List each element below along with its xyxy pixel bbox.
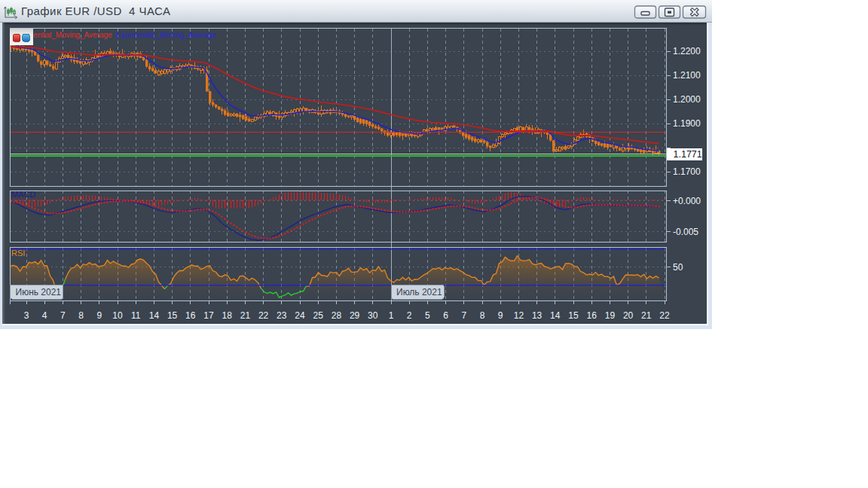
svg-text:1.1900: 1.1900 bbox=[673, 118, 701, 129]
svg-text:16: 16 bbox=[185, 310, 196, 321]
svg-text:+0.000: +0.000 bbox=[673, 196, 701, 206]
svg-text:30: 30 bbox=[368, 310, 378, 321]
svg-text:1.2100: 1.2100 bbox=[673, 70, 701, 81]
svg-text:9: 9 bbox=[498, 310, 503, 321]
svg-text:-0.005: -0.005 bbox=[673, 227, 698, 237]
svg-text:24: 24 bbox=[295, 310, 305, 321]
svg-text:29: 29 bbox=[350, 310, 360, 321]
svg-text:4: 4 bbox=[42, 310, 47, 321]
svg-text:Июнь 2021: Июнь 2021 bbox=[16, 287, 62, 297]
svg-text:23: 23 bbox=[277, 310, 287, 321]
svg-text:17: 17 bbox=[203, 310, 214, 321]
svg-text:Exponential_Moving_Average: Exponential_Moving_Average bbox=[116, 31, 216, 39]
svg-text:50: 50 bbox=[673, 262, 683, 273]
svg-text:7: 7 bbox=[60, 310, 66, 321]
svg-text:RSI: RSI bbox=[11, 249, 25, 258]
svg-text:MACD: MACD bbox=[11, 190, 35, 199]
svg-text:1.2200: 1.2200 bbox=[673, 46, 701, 56]
svg-text:22: 22 bbox=[659, 310, 670, 321]
svg-text:1.1700: 1.1700 bbox=[673, 166, 701, 177]
svg-text:1: 1 bbox=[389, 310, 394, 321]
svg-text:10: 10 bbox=[112, 310, 123, 321]
svg-text:1.2000: 1.2000 bbox=[673, 94, 701, 105]
svg-text:18: 18 bbox=[222, 310, 233, 321]
svg-text:20: 20 bbox=[623, 310, 634, 321]
svg-text:1.1771: 1.1771 bbox=[674, 149, 702, 160]
svg-text:8: 8 bbox=[78, 310, 84, 321]
svg-text:21: 21 bbox=[240, 310, 251, 321]
svg-text:5: 5 bbox=[425, 310, 430, 321]
svg-text:21: 21 bbox=[641, 310, 652, 321]
svg-text:14: 14 bbox=[550, 310, 561, 321]
svg-text:2: 2 bbox=[407, 310, 412, 321]
svg-text:15: 15 bbox=[568, 310, 579, 321]
svg-text:9: 9 bbox=[96, 310, 102, 321]
svg-text:7: 7 bbox=[461, 310, 466, 321]
svg-text:15: 15 bbox=[167, 310, 178, 321]
svg-text:13: 13 bbox=[532, 310, 542, 321]
svg-text:12: 12 bbox=[514, 310, 524, 321]
svg-text:8: 8 bbox=[480, 310, 485, 321]
svg-text:28: 28 bbox=[332, 310, 342, 321]
svg-text:16: 16 bbox=[587, 310, 598, 321]
svg-text:3: 3 bbox=[24, 310, 29, 321]
svg-text:6: 6 bbox=[443, 310, 448, 321]
svg-text:25: 25 bbox=[313, 310, 324, 321]
svg-text:Июль 2021: Июль 2021 bbox=[396, 287, 442, 297]
svg-text:11: 11 bbox=[131, 310, 141, 321]
svg-text:22: 22 bbox=[258, 310, 269, 321]
svg-text:19: 19 bbox=[605, 310, 616, 321]
svg-text:14: 14 bbox=[149, 310, 160, 321]
